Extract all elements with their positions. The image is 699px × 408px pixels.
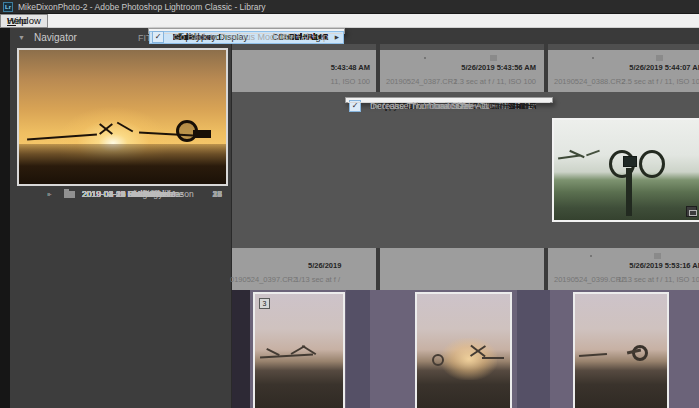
index-number-badge: 3 [259,298,270,309]
menubar-item-help[interactable]: Help [0,14,34,28]
exposure-info: 1/13 sec at f / 11, ISO 100 [617,275,699,284]
menu-item-label: Go Back to Previous Module [173,32,287,42]
exposure-info: 1/13 sec at f / [295,275,340,284]
filename: 0190524_0397.CR2 [230,275,297,284]
ground-silhouette [19,144,226,184]
title-bar: Lr MikeDixonPhoto-2 - Adobe Photoshop Li… [0,0,699,14]
window-title: MikeDixonPhoto-2 - Adobe Photoshop Light… [18,2,266,12]
collapse-triangle-icon[interactable]: ▼ [18,34,25,41]
lightroom-window: Lr MikeDixonPhoto-2 - Adobe Photoshop Li… [0,0,699,408]
metadata-badge-icon[interactable] [686,206,697,217]
fence-silhouette [260,354,313,359]
folder-icon [64,191,75,198]
capture-time: 5:43:48 AM [331,63,370,72]
navigator-preview-photo[interactable] [17,48,228,186]
photo-thumbnail-0399[interactable] [573,292,669,408]
cannon-silhouette [193,130,211,138]
cell-gap [346,290,370,408]
menu-item-decrease-thumbnail-size: Decrease Thumbnail Size [346,100,552,113]
filename: 20190524_0399.CR2 [554,275,625,284]
badge-placeholder [656,55,663,61]
menu-shortcut: Ctrl+Alt+Up [281,32,328,42]
folder-item-2019-04-19-pm-sunset[interactable]: ▸2019-04-19 PM Sunset4 [10,188,232,200]
fence-silhouette [266,348,279,356]
grid-cell-header[interactable]: 5/26/2019 0190524_0397.CR2 1/13 sec at f… [232,248,376,290]
fence-silhouette [579,353,607,357]
photo-thumbnail-0398[interactable] [415,292,512,408]
navigator-title: Navigator [34,32,77,43]
lightroom-logo-icon: Lr [3,2,13,12]
fence-silhouette [482,357,504,359]
capture-datetime: 5/26/2019 5:53:16 AM [629,261,699,270]
menu-item-go-back-to-previous-module: Go Back to Previous ModuleCtrl+Alt+Up [149,31,344,44]
grid-cell-header[interactable]: 5/26/2019 5:43:56 AM 20190524_0387.CR2 1… [376,50,544,92]
secondary-display-submenu: ✓ShowF11Full ScreenShift+F11Show Second … [345,97,553,103]
disclosure-triangle-icon[interactable]: ▸ [48,190,51,198]
cannon-wheel [639,150,665,178]
photo-thumbnail-0388[interactable] [552,118,699,222]
left-panel: ▼ Navigator FIT ▸2019-01-11 PM Owl▸2019-… [10,28,232,408]
cell-divider [376,248,380,290]
folders-list: ▸2019-01-11 PM Owl▸2019-01-12 PM Eagle▸2… [10,188,232,408]
capture-datetime: 5/26/2019 5:44:07 AM [629,63,699,72]
exposure-info: 2.5 sec at f / 11, ISO 100 [622,77,699,86]
filename: 20190524_0388.CR2 [554,77,625,86]
menu-bar: FileEditLibraryPhotoMetadataViewWindowHe… [0,14,699,28]
fence-silhouette [586,150,600,157]
grid-cell-header[interactable]: 5/26/2019 5:53:16 AM 20190524_0399.CR2 1… [544,248,699,290]
panel-edge [0,28,10,408]
grid-cell-header[interactable]: 5/26/2019 5:44:07 AM 20190524_0388.CR2 2… [544,50,699,92]
photo-thumbnail-0397[interactable]: 3 [253,292,345,408]
cannon-wheel-silhouette [632,345,648,361]
cannon-trail [626,168,632,216]
capture-datetime: 5/26/2019 5:43:56 AM [461,63,536,72]
grid-cell-header[interactable]: 5:43:48 AM 11, ISO 100 [252,50,372,92]
exposure-info: 11, ISO 100 [331,77,370,86]
window-menu: Impromptu SlideshowCtrl+EnterFind Extens… [148,28,345,34]
badge-placeholder [654,253,661,259]
badge-placeholder [490,55,497,61]
cannon-breech [623,156,637,167]
cell-gap [517,290,550,408]
grid-left-margin [232,290,250,408]
filename: 20190524_0387.CR2 [386,77,457,86]
folder-name: 2019-04-19 PM Sunset [82,189,169,199]
folder-photo-count: 4 [217,189,222,199]
exposure-info: 1.3 sec at f / 11, ISO 100 [454,77,536,86]
capture-datetime: 5/26/2019 [308,261,341,270]
sun-glow [441,338,497,380]
menu-item-label: Decrease Thumbnail Size [370,101,473,111]
